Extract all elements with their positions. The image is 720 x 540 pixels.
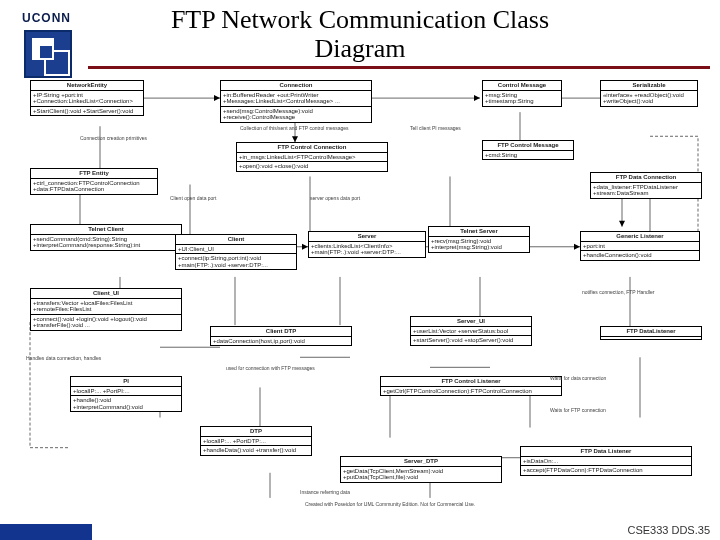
- title-line2: Diagram: [315, 34, 406, 63]
- class-clientui: Client_UI +transfers:Vector +localFiles:…: [30, 288, 182, 331]
- note-conn-primitives: Connection creation primitives: [80, 136, 147, 142]
- class-telnetclient: Telnet Client +sendCommand(cmd:String):S…: [30, 224, 182, 251]
- class-pi: PI +localIP:... +PortPI:... +handle():vo…: [70, 376, 182, 412]
- note-notifies: notifies connection, FTP Handler: [582, 290, 654, 296]
- note-wait-data: Waits for data connection: [550, 376, 606, 382]
- class-controlmessage: Control Message +msg:String +timestamp:S…: [482, 80, 562, 107]
- title-line1: FTP Network Communication Class: [171, 5, 549, 34]
- class-genericlistener: Generic Listener +port:int +handleConnec…: [580, 231, 700, 261]
- class-ftpdatalistener: FTP DataListener: [600, 326, 702, 340]
- class-serverdtp: Server_DTP +getData(TcpClient,MemStream)…: [340, 456, 502, 483]
- header: UCONN FTP Network Communication Class Di…: [0, 0, 720, 76]
- note-handles: Handles data connection, handles: [26, 356, 101, 362]
- uconn-logo: UCONN: [10, 8, 72, 70]
- title-rule: [88, 66, 710, 69]
- note-server-open: server opens data port: [310, 196, 360, 202]
- class-ftpdataconn: FTP Data Connection +data_listener:FTPDa…: [590, 172, 702, 199]
- class-serializable: Serializable «interface» +readObject():v…: [600, 80, 698, 107]
- watermark: Created with Poseidon for UML Community …: [260, 502, 520, 508]
- footer-bluebar: [0, 524, 92, 540]
- class-ftpcontrolconn: FTP Control Connection +in_msgs:LinkedLi…: [236, 142, 388, 172]
- class-ftpctrllistener: FTP Control Listener +getCtrl(FTPControl…: [380, 376, 562, 396]
- logo-icon: [24, 30, 72, 78]
- logo-text: UCONN: [22, 11, 71, 25]
- class-telnetserver: Telnet Server +recv(msg:String):void +in…: [428, 226, 530, 253]
- class-ftpctrlmsg: FTP Control Message +cmd:String: [482, 140, 574, 160]
- diagram-canvas: NetworkEntity +IP:String +port:int +Conn…: [10, 76, 710, 518]
- class-server: Server +clients:LinkedList<ClientInfo> +…: [308, 231, 426, 258]
- note-client-open: Client open data port: [170, 196, 216, 202]
- class-connection: Connection +in:BufferedReader +out:Print…: [220, 80, 372, 123]
- class-serverui: Server_UI +userList:Vector +serverStatus…: [410, 316, 532, 346]
- note-instance: Instance referring data: [300, 490, 350, 496]
- note-used-for: used for connection with FTP messages: [226, 366, 315, 372]
- class-networkentity: NetworkEntity +IP:String +port:int +Conn…: [30, 80, 144, 116]
- footer-text: CSE333 DDS.35: [627, 524, 710, 536]
- svg-marker-1: [474, 95, 480, 101]
- note-wait-ftp: Waits for FTP connection: [550, 408, 606, 414]
- svg-marker-3: [619, 221, 625, 227]
- class-clientdtp: Client DTP +dataConnection(host,ip,port)…: [210, 326, 352, 346]
- note-collection: Collection of this/sent and FTP control …: [240, 126, 349, 132]
- class-dtp: DTP +localIP:... +PortDTP:... +handleDat…: [200, 426, 312, 456]
- class-ftpdatacon2: FTP Data Listener +isDataOn:... +accept(…: [520, 446, 692, 476]
- note-tell-client: Tell client PI messages: [410, 126, 461, 132]
- slide: UCONN FTP Network Communication Class Di…: [0, 0, 720, 540]
- class-ftpentity: FTP Entity +ctrl_connection:FTPControlCo…: [30, 168, 158, 195]
- page-title: FTP Network Communication Class Diagram: [0, 6, 720, 63]
- class-client: Client +UI:Client_UI +connect(ip:String,…: [175, 234, 297, 270]
